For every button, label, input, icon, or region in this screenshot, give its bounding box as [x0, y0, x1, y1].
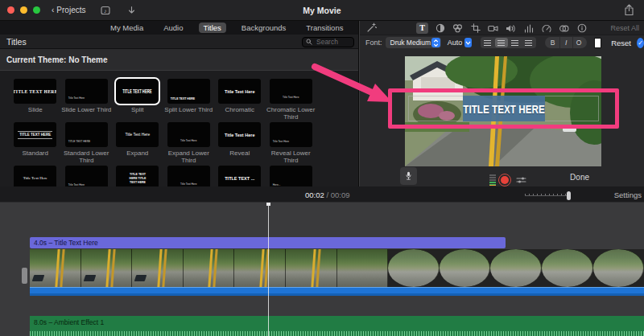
video-filmstrip: [30, 249, 644, 287]
title-template[interactable]: TITLE TEXT HERE TITLE TEXT HERE: [112, 166, 163, 186]
speed-icon[interactable]: [540, 23, 552, 34]
tab-backgrounds[interactable]: Backgrounds: [237, 23, 291, 33]
thumbnail-text: Title Text Here: [270, 96, 312, 99]
title-template[interactable]: Title Text Here: [163, 166, 215, 186]
tab-transitions[interactable]: Transitions: [301, 23, 348, 33]
zoom-window-button[interactable]: [33, 6, 40, 14]
title-thumbnail[interactable]: Title Text Here: [270, 122, 312, 147]
title-thumbnail[interactable]: Title Text Here: [167, 122, 210, 147]
clip-trim-handle[interactable]: [22, 268, 27, 284]
voiceover-mic-button[interactable]: [400, 167, 417, 185]
title-thumbnail[interactable]: Title Text Here: [218, 122, 261, 147]
record-button[interactable]: [498, 174, 511, 186]
title-thumbnail[interactable]: TITLE TEXT ...: [218, 166, 261, 186]
titlebar: ‹ Projects ♪ My Movie: [0, 0, 644, 21]
align-center-button[interactable]: [495, 38, 508, 47]
timeline-settings-button[interactable]: Settings: [614, 191, 642, 199]
title-template[interactable]: Here...: [266, 166, 317, 186]
title-template[interactable]: TITLE TEXT HEREStandard: [10, 122, 61, 166]
title-thumbnail[interactable]: TITLE TEXT HERE TITLE TEXT HERE: [116, 166, 159, 186]
font-family-dropdown[interactable]: Druk Medium: [386, 37, 441, 48]
title-template[interactable]: Title Text HereReveal Lower Third: [266, 122, 317, 166]
title-thumbnail[interactable]: Title Text Here: [14, 166, 56, 186]
title-template[interactable]: TITLE TEXT ...: [214, 166, 266, 186]
title-thumbnail[interactable]: TITLE TEXT HERE: [14, 79, 56, 104]
italic-button[interactable]: I: [559, 37, 572, 48]
title-thumbnail[interactable]: Here...: [270, 166, 312, 186]
title-template-label: Standard Lower Third: [61, 150, 113, 164]
reset-all-button[interactable]: Reset All: [610, 24, 639, 32]
reset-button[interactable]: Reset: [611, 39, 631, 47]
title-thumbnail[interactable]: Title Text Here: [116, 122, 159, 147]
info-icon[interactable]: [576, 23, 588, 34]
filmstrip-frame: [440, 249, 491, 287]
title-template[interactable]: Title Text HereSlide Lower Third: [61, 79, 113, 122]
filmstrip-frame: [337, 249, 389, 287]
font-size-value[interactable]: Auto: [448, 39, 463, 47]
timeline-video-clip[interactable]: [30, 249, 644, 296]
title-template[interactable]: Title Text HereChromatic Lower Third: [266, 79, 317, 122]
crop-icon[interactable]: [469, 23, 481, 34]
title-thumbnail[interactable]: Title Text Here: [270, 79, 312, 104]
title-template[interactable]: Title Text HereExpand: [112, 122, 163, 166]
enhance-wand-icon[interactable]: [366, 23, 377, 33]
import-download-icon[interactable]: [126, 5, 137, 16]
color-correction-icon[interactable]: [452, 23, 464, 34]
color-balance-icon[interactable]: [434, 23, 446, 34]
clip-filter-icon[interactable]: [558, 23, 570, 34]
title-template[interactable]: TITLE TEXT HERESlide: [10, 79, 61, 122]
title-template[interactable]: Title Text Here: [10, 166, 61, 186]
timeline[interactable]: 4.0s – Title Text Here 8.0s – Ambient Ef…: [0, 203, 644, 336]
timeline-zoom-slider[interactable]: [525, 194, 568, 196]
title-template-label: Split Lower Third: [163, 106, 215, 113]
title-settings-icon[interactable]: T: [416, 23, 428, 34]
title-thumbnail[interactable]: TITLE TEXT HERE: [167, 79, 210, 104]
font-stepper-icon[interactable]: [431, 38, 440, 47]
title-thumbnail[interactable]: Title Text Here: [65, 166, 108, 186]
outline-button[interactable]: O: [572, 37, 585, 48]
voiceover-options-icon[interactable]: [516, 175, 526, 185]
filmstrip-frame: [184, 249, 235, 287]
title-template-label: Expand Lower Third: [163, 150, 215, 164]
tab-my-media[interactable]: My Media: [105, 23, 148, 33]
title-template[interactable]: TITLE TEXT HERESplit: [112, 79, 163, 122]
playhead[interactable]: [268, 203, 269, 336]
title-thumbnail[interactable]: Title Text Here: [167, 166, 210, 186]
share-icon[interactable]: [624, 4, 636, 17]
done-button[interactable]: Done: [570, 173, 589, 182]
text-color-swatch[interactable]: [594, 38, 602, 48]
title-template[interactable]: Title Text HereExpand Lower Third: [163, 122, 215, 166]
search-input[interactable]: [315, 37, 350, 47]
volume-icon[interactable]: [505, 23, 517, 34]
title-template[interactable]: Title Text HereChromatic: [214, 79, 266, 122]
search-field[interactable]: [302, 37, 354, 47]
title-thumbnail[interactable]: TITLE TEXT HERE: [65, 122, 108, 147]
media-library-icon[interactable]: ♪: [100, 5, 111, 16]
noise-reduction-icon[interactable]: [522, 23, 535, 34]
title-template[interactable]: TITLE TEXT HEREStandard Lower Third: [61, 122, 113, 166]
align-right-button[interactable]: [509, 38, 522, 47]
title-template[interactable]: TITLE TEXT HERESplit Lower Third: [163, 79, 215, 122]
stabilization-icon[interactable]: [487, 23, 499, 34]
title-thumbnail[interactable]: Title Text Here: [218, 79, 261, 104]
annotation-highlight-box: [388, 88, 619, 129]
zoom-slider-thumb[interactable]: [567, 191, 571, 200]
align-left-button[interactable]: [481, 38, 494, 47]
title-template[interactable]: Title Text HereReveal: [214, 122, 266, 166]
title-template[interactable]: Title Text Here: [61, 166, 113, 186]
tab-titles[interactable]: Titles: [199, 23, 226, 33]
title-thumbnail[interactable]: TITLE TEXT HERE: [116, 79, 159, 104]
minimize-window-button[interactable]: [20, 6, 27, 14]
font-size-dropdown[interactable]: [464, 38, 471, 47]
bold-button[interactable]: B: [547, 37, 559, 48]
close-window-button[interactable]: [7, 6, 14, 14]
align-justify-button[interactable]: [522, 38, 535, 47]
search-icon: [306, 39, 312, 45]
projects-back-button[interactable]: ‹ Projects: [52, 6, 85, 14]
title-thumbnail[interactable]: Title Text Here: [65, 79, 108, 104]
tab-audio[interactable]: Audio: [159, 23, 188, 33]
title-thumbnail[interactable]: TITLE TEXT HERE: [14, 122, 56, 147]
timeline-audio-effect-clip[interactable]: 8.0s – Ambient Effect 1: [30, 316, 644, 336]
title-template-label: Reveal Lower Third: [266, 150, 317, 164]
apply-checkmark-icon[interactable]: ✓: [637, 38, 644, 48]
